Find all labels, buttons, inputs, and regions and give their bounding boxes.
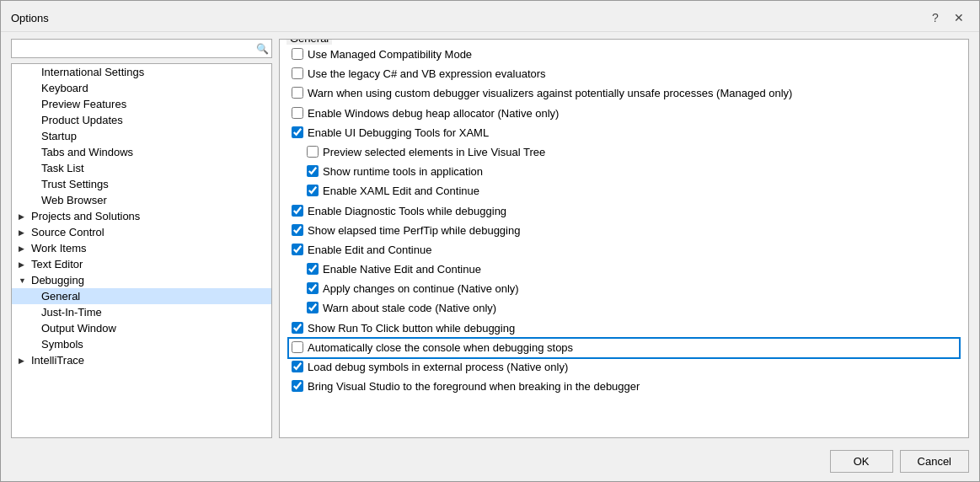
option-item-enable-native-edit: Enable Native Edit and Continue [305,261,958,278]
label-bring-vs-foreground[interactable]: Bring Visual Studio to the foreground wh… [308,379,640,394]
label-show-run-to-click[interactable]: Show Run To Click button while debugging [308,321,515,336]
checkbox-enable-diagnostic-tools[interactable] [292,205,303,217]
checkbox-warn-stale-code[interactable] [307,302,319,313]
tree-label-text-editor: Text Editor [31,258,83,270]
title-bar-controls: ? ✕ [925,8,969,28]
option-item-enable-debug-heap: Enable Windows debug heap allocator (Nat… [290,105,958,122]
label-warn-visualizers[interactable]: Warn when using custom debugger visualiz… [308,86,792,101]
checkbox-enable-xaml-edit[interactable] [307,185,319,196]
label-enable-native-edit[interactable]: Enable Native Edit and Continue [323,262,481,277]
close-button[interactable]: ✕ [949,8,969,28]
tree-label-source-control: Source Control [31,226,104,238]
option-item-bring-vs-foreground: Bring Visual Studio to the foreground wh… [290,378,958,395]
checkbox-bring-vs-foreground[interactable] [292,380,303,392]
ok-button[interactable]: OK [830,450,893,473]
tree-item-preview-features[interactable]: Preview Features [12,96,271,112]
label-legacy-csharp[interactable]: Use the legacy C# and VB expression eval… [308,67,546,82]
label-enable-diagnostic-tools[interactable]: Enable Diagnostic Tools while debugging [308,204,506,219]
tree-item-work-items[interactable]: ▶Work Items [12,240,271,256]
tree-item-symbols[interactable]: Symbols [12,336,271,352]
tree-item-text-editor[interactable]: ▶Text Editor [12,256,271,272]
tree-item-just-in-time[interactable]: Just-In-Time [12,304,271,320]
checkbox-auto-close-console[interactable] [292,341,303,353]
tree-label-tabs-and-windows: Tabs and Windows [41,146,133,158]
option-item-enable-edit-continue: Enable Edit and Continue [290,242,958,259]
expand-icon-debugging: ▼ [19,276,29,285]
tree-label-symbols: Symbols [41,338,83,351]
checkbox-show-runtime-tools[interactable] [307,165,319,177]
dialog-footer: OK Cancel [1,445,979,481]
label-auto-close-console[interactable]: Automatically close the console when deb… [308,340,573,356]
checkbox-managed-compat[interactable] [292,48,303,60]
expand-icon-work-items: ▶ [19,244,29,253]
search-input[interactable] [11,39,272,58]
checkbox-enable-ui-debugging[interactable] [292,126,303,138]
option-item-show-run-to-click: Show Run To Click button while debugging [290,320,958,337]
tree-item-startup[interactable]: Startup [12,128,271,144]
label-apply-changes-continue[interactable]: Apply changes on continue (Native only) [323,281,519,297]
tree-item-product-updates[interactable]: Product Updates [12,112,271,128]
tree-item-tabs-and-windows[interactable]: Tabs and Windows [12,144,271,160]
option-item-warn-stale-code: Warn about stale code (Native only) [305,300,958,317]
checkbox-enable-debug-heap[interactable] [292,107,303,119]
cancel-button[interactable]: Cancel [900,450,969,473]
checkbox-show-elapsed-perftip[interactable] [292,224,303,236]
label-show-runtime-tools[interactable]: Show runtime tools in application [323,164,483,179]
label-warn-stale-code[interactable]: Warn about stale code (Native only) [323,301,496,316]
title-bar: Options ? ✕ [1,1,979,32]
tree-item-output-window[interactable]: Output Window [12,320,271,336]
tree-item-source-control[interactable]: ▶Source Control [12,224,271,240]
checkbox-apply-changes-continue[interactable] [307,282,319,294]
label-managed-compat[interactable]: Use Managed Compatibility Mode [308,47,472,62]
checkbox-show-run-to-click[interactable] [292,322,303,334]
option-item-auto-close-console: Automatically close the console when deb… [290,340,958,356]
option-item-preview-live-tree: Preview selected elements in Live Visual… [305,144,958,161]
tree-item-trust-settings[interactable]: Trust Settings [12,176,271,192]
tree-item-general[interactable]: General [12,288,271,304]
search-icon[interactable]: 🔍 [256,43,269,55]
checkbox-preview-live-tree[interactable] [307,146,319,158]
help-button[interactable]: ? [925,8,945,28]
tree-item-intelli-trace[interactable]: ▶IntelliTrace [12,352,271,368]
tree-label-output-window: Output Window [41,322,116,335]
tree-item-international-settings[interactable]: International Settings [12,64,271,80]
tree-item-projects-and-solutions[interactable]: ▶Projects and Solutions [12,208,271,224]
tree-label-task-list: Task List [41,162,84,174]
tree-item-web-browser[interactable]: Web Browser [12,192,271,208]
option-item-load-debug-symbols: Load debug symbols in external process (… [290,359,958,376]
expand-icon-projects-and-solutions: ▶ [19,212,29,221]
option-item-warn-visualizers: Warn when using custom debugger visualiz… [290,85,958,102]
label-show-elapsed-perftip[interactable]: Show elapsed time PerfTip while debuggin… [308,223,520,238]
expand-icon-intelli-trace: ▶ [19,356,29,365]
tree-label-web-browser: Web Browser [41,194,107,206]
tree-item-keyboard[interactable]: Keyboard [12,80,271,96]
tree-label-intelli-trace: IntelliTrace [31,354,84,367]
option-item-managed-compat: Use Managed Compatibility Mode [290,46,958,63]
dialog-body: 🔍 International SettingsKeyboardPreview … [1,32,979,445]
label-enable-debug-heap[interactable]: Enable Windows debug heap allocator (Nat… [308,106,559,121]
tree-label-product-updates: Product Updates [41,114,123,126]
tree-panel[interactable]: International SettingsKeyboardPreview Fe… [11,63,272,438]
tree-label-just-in-time: Just-In-Time [41,306,102,319]
checkbox-load-debug-symbols[interactable] [292,361,303,372]
label-enable-xaml-edit[interactable]: Enable XAML Edit and Continue [323,184,479,199]
left-panel: 🔍 International SettingsKeyboardPreview … [11,39,272,438]
label-preview-live-tree[interactable]: Preview selected elements in Live Visual… [323,145,545,160]
label-enable-ui-debugging[interactable]: Enable UI Debugging Tools for XAML [308,126,489,141]
tree-label-work-items: Work Items [31,242,87,254]
tree-item-task-list[interactable]: Task List [12,160,271,176]
expand-icon-text-editor: ▶ [19,260,29,269]
tree-item-debugging[interactable]: ▼Debugging [12,272,271,288]
dialog-title: Options [11,12,49,24]
tree-label-preview-features: Preview Features [41,98,126,110]
tree-label-debugging: Debugging [31,274,84,287]
label-load-debug-symbols[interactable]: Load debug symbols in external process (… [308,360,568,375]
checkbox-legacy-csharp[interactable] [292,67,303,79]
group-box-legend: General [287,39,332,45]
option-item-enable-ui-debugging: Enable UI Debugging Tools for XAML [290,125,958,142]
checkbox-enable-native-edit[interactable] [307,263,319,275]
tree-label-trust-settings: Trust Settings [41,178,109,190]
checkbox-enable-edit-continue[interactable] [292,244,303,255]
label-enable-edit-continue[interactable]: Enable Edit and Continue [308,243,431,258]
checkbox-warn-visualizers[interactable] [292,87,303,99]
